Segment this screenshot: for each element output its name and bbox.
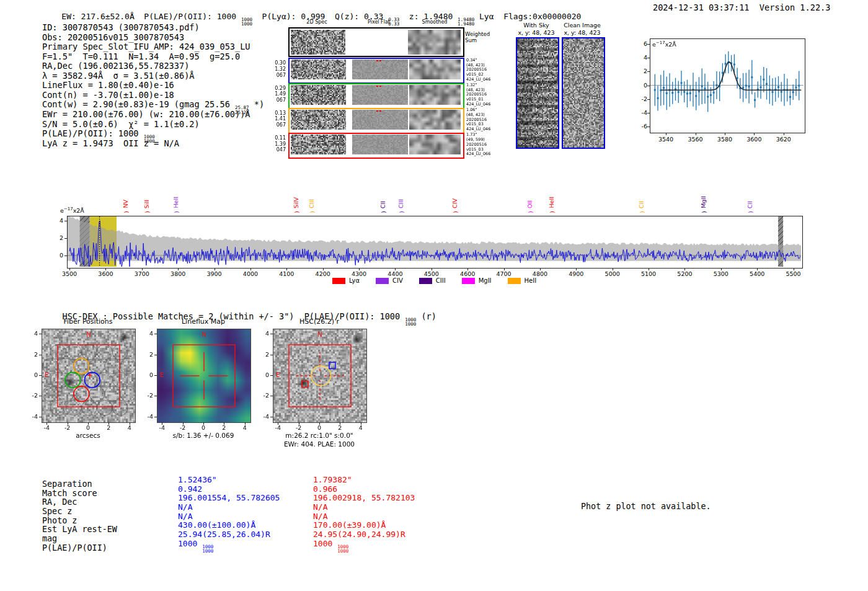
emission-line-label: HeII <box>172 184 180 208</box>
spectrum-x-tick-label: 4100 <box>275 270 298 277</box>
hsc-xlabel2: EWr: 404. PLAE: 1000 <box>264 440 375 448</box>
fiber-x-tick-label: 0 <box>82 424 94 431</box>
elixer-detection-report: EW: 217.6±52.0Å P(LAE)/P(OII): 1000 1000… <box>0 0 868 591</box>
spectrum-x-tick-mark <box>684 268 685 270</box>
hsc-x-tick-mark <box>361 422 361 425</box>
info-line: Cont(n) = -3.70(±1.00)e-18 <box>42 91 174 100</box>
emission-line-label-text: HeII <box>172 197 179 208</box>
hsc-y-tick-label: 0 <box>258 371 269 378</box>
zoom-x-tick-mark <box>725 133 725 135</box>
zoom-x-tick-label: 3540 <box>656 136 676 143</box>
info-line: λ = 3582.94Å σ = 3.51(±0.86)Å <box>42 71 195 81</box>
clean-image-coords: x, y: 48, 423 <box>557 29 607 37</box>
info-line: LineFlux = 1.80(±0.40)e-16 <box>42 81 174 91</box>
fiber-x-tick-label: -2 <box>61 424 74 431</box>
emission-line-label-text: CII <box>638 201 645 208</box>
lineflux-x-tick-mark <box>203 422 204 425</box>
lineflux-x-tick-mark <box>162 422 162 425</box>
zoom-y-tick-label: 0 <box>634 82 647 89</box>
info-line: RA,Dec (196.002136,55.782337) <box>42 61 189 71</box>
fiber-y-tick-label: 2 <box>27 351 38 358</box>
fiber-pixel-flat-image <box>352 110 408 130</box>
emission-line-bracket: ( <box>309 209 315 215</box>
zoom-x-tick-mark <box>754 133 755 135</box>
lineflux-canvas <box>157 329 250 422</box>
hsc-x-tick-label: 2 <box>334 424 346 431</box>
match-table-row-label: RA, Dec <box>42 497 77 507</box>
spectrum-x-tick-mark <box>576 268 577 270</box>
emission-line-label-text: CIII <box>308 199 315 208</box>
emission-line-bracket: ( <box>293 209 299 215</box>
spectrum-x-tick-label: 4600 <box>456 270 479 277</box>
hsc-y-tick-label: -4 <box>258 413 269 420</box>
spectrum-x-tick-mark <box>286 268 287 270</box>
plae-fraction: 10001000 <box>241 17 252 27</box>
hsc-x-tick-label: -4 <box>272 424 284 431</box>
fiber-panel-title: Fiber Positions <box>35 318 141 326</box>
spectrum-y-tick-label: 4 <box>53 217 63 224</box>
emission-line-bracket: ( <box>701 209 707 215</box>
zoom-y-tick-label: 6 <box>634 40 647 47</box>
flat-red-mark <box>376 110 378 112</box>
spectrum-x-tick-label: 3900 <box>203 270 226 277</box>
lineflux-y-tick-mark <box>154 375 157 376</box>
spectrum-x-tick-label: 4700 <box>493 270 515 277</box>
emission-line-label: CIII <box>308 184 316 208</box>
emission-line-bracket: ( <box>380 209 386 215</box>
emission-line-bracket: ( <box>639 209 645 215</box>
spectrum-x-tick-mark <box>432 268 432 270</box>
match-table-row-label: Spec z <box>42 507 72 516</box>
info-line: ID: 3007870543 (3007870543.pdf) <box>42 23 200 33</box>
zoom-y-tick-mark <box>647 58 650 58</box>
legend-swatch <box>332 278 345 284</box>
header-ew-plae: EW: 217.6±52.0Å P(LAE)/P(OII): 1000 <box>61 12 241 21</box>
lineflux-x-tick-label: 2 <box>218 424 230 431</box>
zoom-plot-canvas <box>650 39 804 131</box>
lineflux-x-tick-label: 0 <box>197 424 210 431</box>
weighted-sum-row <box>288 27 464 57</box>
match-red-value: N/A <box>313 502 327 512</box>
fiber-y-tick-mark <box>39 417 42 417</box>
legend-item: CIII <box>419 277 446 284</box>
lineflux-east-label: E <box>160 371 164 378</box>
match-blue-value: N/A <box>178 512 192 521</box>
spectrum-x-tick-label: 4500 <box>420 270 443 277</box>
spectrum-x-tick-label: 5100 <box>637 270 660 277</box>
fiber-x-tick-label: 2 <box>102 424 115 431</box>
spec2d-fiber-row <box>288 133 464 159</box>
spectrum-y-tick-mark <box>64 238 67 239</box>
info-line: EWr = 210.00(±76.00) (w: 210.00(±76.00))… <box>42 110 250 120</box>
hsc-y-tick-mark <box>270 417 273 417</box>
emission-line-bracket: ( <box>123 209 129 215</box>
spectrum-x-tick-mark <box>721 268 722 270</box>
hsc-east-label: E <box>276 371 280 378</box>
fiber-x-tick-label: -4 <box>40 424 53 431</box>
emission-line-label: CII <box>379 184 388 208</box>
spectrum-x-tick-label: 4200 <box>312 270 334 277</box>
emission-line-label-text: CIV <box>451 198 458 208</box>
spectrum-x-tick-label: 5500 <box>782 270 805 277</box>
match-red-value: 170.00(±39.00)Å <box>313 520 386 530</box>
spectrum-x-tick-mark <box>178 268 179 270</box>
fiber-row-weights-label: 0.131.41067 <box>270 110 286 128</box>
emission-line-bracket: ( <box>527 209 533 215</box>
emission-line-label-text: SiIV <box>293 197 299 208</box>
spectrum-y-tick-label: 0 <box>53 252 63 259</box>
fiber-panel: NE <box>42 329 136 423</box>
match-blue-value: N/A <box>178 502 192 512</box>
clean-image-title: Clean Image <box>557 22 607 29</box>
weighted-sum-label: WeightedSum <box>465 31 490 43</box>
spectrum-x-tick-label: 3600 <box>94 270 117 277</box>
lineflux-x-tick-label: 4 <box>239 424 251 431</box>
with-sky-cutout <box>516 37 559 149</box>
match-red-value: 196.002918, 55.782103 <box>313 493 415 502</box>
info-line: Primary Spec_Slot_IFU_AMP: 424_039_053_L… <box>42 42 250 52</box>
fiber-smoothed-image <box>409 60 461 79</box>
clean-image-cutout <box>562 37 605 149</box>
zoom-y-tick-mark <box>647 113 650 113</box>
legend-label: Lyα <box>349 277 360 284</box>
spectrum-x-tick-mark <box>69 268 70 270</box>
emission-line-label-text: CIII <box>397 199 404 208</box>
emission-line-label-text: MgII <box>700 196 707 208</box>
match-table-row-label: mag <box>42 534 57 543</box>
